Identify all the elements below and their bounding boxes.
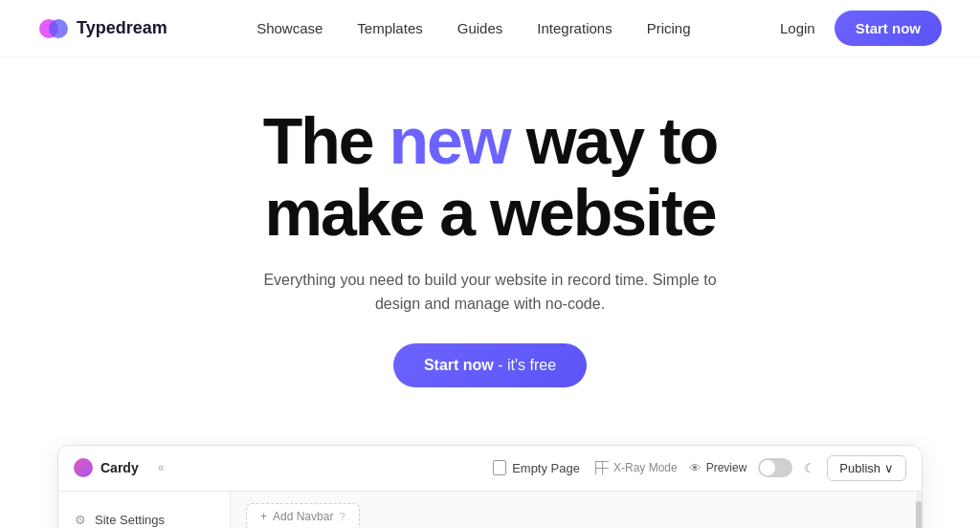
xray-label-text: X-Ray Mode [613,461,678,474]
app-site-name: Cardy [100,460,139,475]
scrollbar-thumb [916,501,922,528]
publish-label: Publish [839,461,880,475]
publish-chevron-icon: ∨ [884,461,894,475]
add-navbar-icon: + [260,510,267,523]
sidebar-item-settings[interactable]: ⚙ Site Settings [58,507,230,528]
nav-guides[interactable]: Guides [457,20,503,36]
scrollbar[interactable] [916,492,922,528]
app-page-name: Empty Page [493,460,580,475]
hero-cta-button[interactable]: Start now - it's free [393,343,587,387]
page-icon [493,460,506,475]
collapse-icon[interactable]: « [158,461,165,474]
hero-title-highlight: new [390,104,510,177]
hero-subtitle: Everything you need to build your websit… [260,268,720,317]
settings-icon: ⚙ [74,513,87,527]
logo-text: Typedream [77,18,167,38]
hero-title: The new way to make a website [263,105,718,249]
login-button[interactable]: Login [780,20,815,36]
nav-links: Showcase Templates Guides Integrations P… [256,20,690,36]
app-logo-dot [74,458,93,477]
app-preview: Cardy « Empty Page X-Ray Mode 👁 Preview … [57,445,923,528]
nav-showcase[interactable]: Showcase [256,20,323,36]
add-navbar-help-icon: ? [339,511,345,522]
typedream-logo-icon [38,13,69,44]
publish-button[interactable]: Publish ∨ [827,455,906,481]
nav-actions: Login Start now [780,11,942,46]
app-main-canvas: + Add Navbar ? [231,492,916,528]
hero-cta-label: Start now [424,357,494,373]
hero-section: The new way to make a website Everything… [0,57,980,445]
moon-icon: ☾ [804,461,815,475]
nav-integrations[interactable]: Integrations [537,20,612,36]
app-logo: Cardy [74,458,139,477]
app-sidebar: ⚙ Site Settings 👥 Collaborators ⊞ All Si… [58,492,231,528]
app-content: ⚙ Site Settings 👥 Collaborators ⊞ All Si… [58,492,922,528]
add-navbar-button[interactable]: + Add Navbar ? [246,503,360,528]
logo[interactable]: Typedream [38,13,167,44]
hero-title-line2: make a website [265,176,716,249]
nav-pricing[interactable]: Pricing [647,20,691,36]
hero-cta-free: - it's free [494,357,556,373]
hero-title-part2: way to [510,104,718,177]
app-bar-right: X-Ray Mode 👁 Preview ☾ Publish ∨ [595,455,906,481]
xray-mode[interactable]: X-Ray Mode [595,461,678,474]
preview-mode[interactable]: 👁 Preview [689,461,747,475]
app-bar: Cardy « Empty Page X-Ray Mode 👁 Preview … [58,446,922,492]
add-navbar-label: Add Navbar [273,510,333,523]
navbar: Typedream Showcase Templates Guides Inte… [0,0,980,57]
preview-toggle[interactable] [758,458,792,477]
sidebar-settings-label: Site Settings [95,513,165,527]
eye-icon: 👁 [689,461,702,475]
page-name-label: Empty Page [512,461,580,475]
nav-templates[interactable]: Templates [357,20,422,36]
svg-point-1 [49,19,68,38]
hero-title-part1: The [263,104,390,177]
xray-icon [595,461,609,474]
start-now-button[interactable]: Start now [835,11,942,46]
preview-label-text: Preview [706,461,747,474]
